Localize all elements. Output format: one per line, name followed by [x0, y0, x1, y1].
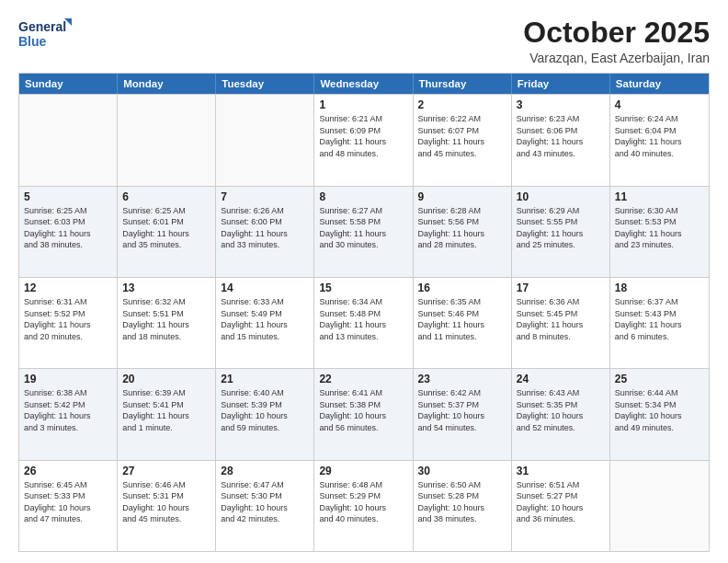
day-number: 27 [122, 465, 210, 477]
day-number: 15 [319, 282, 407, 294]
cell-info: Sunrise: 6:46 AM Sunset: 5:31 PM Dayligh… [122, 479, 210, 525]
cell-info: Sunrise: 6:39 AM Sunset: 5:41 PM Dayligh… [122, 387, 210, 433]
calendar-cell: 20Sunrise: 6:39 AM Sunset: 5:41 PM Dayli… [118, 369, 216, 459]
cell-info: Sunrise: 6:44 AM Sunset: 5:34 PM Dayligh… [615, 387, 704, 433]
calendar-cell: 22Sunrise: 6:41 AM Sunset: 5:38 PM Dayli… [314, 369, 413, 459]
day-number: 28 [221, 465, 309, 477]
calendar-cell: 29Sunrise: 6:48 AM Sunset: 5:29 PM Dayli… [314, 461, 413, 551]
day-number: 4 [615, 98, 704, 111]
cell-info: Sunrise: 6:34 AM Sunset: 5:48 PM Dayligh… [319, 296, 407, 342]
cell-info: Sunrise: 6:43 AM Sunset: 5:35 PM Dayligh… [517, 387, 605, 433]
day-number: 9 [418, 190, 506, 203]
cell-info: Sunrise: 6:36 AM Sunset: 5:45 PM Dayligh… [517, 296, 605, 342]
calendar-header-cell: Tuesday [216, 74, 314, 94]
calendar-row: 1Sunrise: 6:21 AM Sunset: 6:09 PM Daylig… [19, 94, 709, 185]
svg-text:General: General [18, 19, 66, 34]
cell-info: Sunrise: 6:42 AM Sunset: 5:37 PM Dayligh… [418, 387, 506, 433]
calendar-cell: 23Sunrise: 6:42 AM Sunset: 5:37 PM Dayli… [414, 369, 512, 459]
cell-info: Sunrise: 6:26 AM Sunset: 6:00 PM Dayligh… [221, 205, 309, 251]
calendar-cell [610, 461, 709, 551]
cell-info: Sunrise: 6:29 AM Sunset: 5:55 PM Dayligh… [517, 205, 605, 251]
calendar-cell: 7Sunrise: 6:26 AM Sunset: 6:00 PM Daylig… [216, 187, 314, 277]
day-number: 12 [24, 282, 112, 294]
calendar-header-cell: Wednesday [314, 74, 413, 94]
calendar-header-cell: Friday [512, 74, 610, 94]
calendar-cell: 31Sunrise: 6:51 AM Sunset: 5:27 PM Dayli… [512, 461, 610, 551]
calendar-cell: 5Sunrise: 6:25 AM Sunset: 6:03 PM Daylig… [19, 187, 118, 277]
cell-info: Sunrise: 6:38 AM Sunset: 5:42 PM Dayligh… [24, 387, 112, 433]
logo-svg: General Blue [18, 17, 74, 55]
header: General Blue October 2025 Varazqan, East… [18, 17, 710, 65]
cell-info: Sunrise: 6:24 AM Sunset: 6:04 PM Dayligh… [615, 113, 704, 159]
day-number: 22 [319, 373, 407, 385]
day-number: 19 [24, 373, 112, 385]
cell-info: Sunrise: 6:33 AM Sunset: 5:49 PM Dayligh… [221, 296, 309, 342]
cell-info: Sunrise: 6:47 AM Sunset: 5:30 PM Dayligh… [221, 479, 309, 525]
calendar-cell: 1Sunrise: 6:21 AM Sunset: 6:09 PM Daylig… [314, 95, 413, 185]
calendar: SundayMondayTuesdayWednesdayThursdayFrid… [18, 73, 710, 552]
svg-text:Blue: Blue [18, 34, 47, 49]
calendar-cell: 26Sunrise: 6:45 AM Sunset: 5:33 PM Dayli… [19, 461, 118, 551]
cell-info: Sunrise: 6:23 AM Sunset: 6:06 PM Dayligh… [517, 113, 605, 159]
calendar-cell [216, 95, 314, 185]
cell-info: Sunrise: 6:28 AM Sunset: 5:56 PM Dayligh… [418, 205, 506, 251]
cell-info: Sunrise: 6:48 AM Sunset: 5:29 PM Dayligh… [319, 479, 407, 525]
day-number: 18 [615, 282, 704, 294]
cell-info: Sunrise: 6:35 AM Sunset: 5:46 PM Dayligh… [418, 296, 506, 342]
calendar-header-cell: Saturday [610, 74, 709, 94]
day-number: 20 [122, 373, 210, 385]
calendar-cell: 12Sunrise: 6:31 AM Sunset: 5:52 PM Dayli… [19, 278, 118, 368]
calendar-cell: 6Sunrise: 6:25 AM Sunset: 6:01 PM Daylig… [118, 187, 216, 277]
calendar-row: 26Sunrise: 6:45 AM Sunset: 5:33 PM Dayli… [19, 460, 709, 551]
cell-info: Sunrise: 6:31 AM Sunset: 5:52 PM Dayligh… [24, 296, 112, 342]
calendar-cell: 25Sunrise: 6:44 AM Sunset: 5:34 PM Dayli… [610, 369, 709, 459]
cell-info: Sunrise: 6:21 AM Sunset: 6:09 PM Dayligh… [319, 113, 407, 159]
day-number: 24 [517, 373, 605, 385]
day-number: 23 [418, 373, 506, 385]
cell-info: Sunrise: 6:32 AM Sunset: 5:51 PM Dayligh… [122, 296, 210, 342]
calendar-cell: 30Sunrise: 6:50 AM Sunset: 5:28 PM Dayli… [414, 461, 512, 551]
calendar-body: 1Sunrise: 6:21 AM Sunset: 6:09 PM Daylig… [19, 94, 709, 551]
calendar-cell: 9Sunrise: 6:28 AM Sunset: 5:56 PM Daylig… [414, 187, 512, 277]
calendar-row: 19Sunrise: 6:38 AM Sunset: 5:42 PM Dayli… [19, 368, 709, 459]
day-number: 26 [24, 465, 112, 477]
day-number: 3 [517, 98, 605, 111]
calendar-cell: 27Sunrise: 6:46 AM Sunset: 5:31 PM Dayli… [118, 461, 216, 551]
day-number: 25 [615, 373, 704, 385]
location-subtitle: Varazqan, East Azerbaijan, Iran [523, 51, 710, 65]
day-number: 14 [221, 282, 309, 294]
calendar-cell: 4Sunrise: 6:24 AM Sunset: 6:04 PM Daylig… [610, 95, 709, 185]
day-number: 29 [319, 465, 407, 477]
day-number: 2 [418, 98, 506, 111]
cell-info: Sunrise: 6:22 AM Sunset: 6:07 PM Dayligh… [418, 113, 506, 159]
month-title: October 2025 [523, 17, 710, 49]
day-number: 31 [517, 465, 605, 477]
day-number: 5 [24, 190, 112, 203]
day-number: 13 [122, 282, 210, 294]
day-number: 21 [221, 373, 309, 385]
day-number: 6 [122, 190, 210, 203]
cell-info: Sunrise: 6:41 AM Sunset: 5:38 PM Dayligh… [319, 387, 407, 433]
calendar-header-row: SundayMondayTuesdayWednesdayThursdayFrid… [19, 74, 709, 94]
day-number: 10 [517, 190, 605, 203]
calendar-cell: 21Sunrise: 6:40 AM Sunset: 5:39 PM Dayli… [216, 369, 314, 459]
cell-info: Sunrise: 6:25 AM Sunset: 6:01 PM Dayligh… [122, 205, 210, 251]
calendar-cell: 17Sunrise: 6:36 AM Sunset: 5:45 PM Dayli… [512, 278, 610, 368]
day-number: 17 [517, 282, 605, 294]
cell-info: Sunrise: 6:40 AM Sunset: 5:39 PM Dayligh… [221, 387, 309, 433]
calendar-row: 5Sunrise: 6:25 AM Sunset: 6:03 PM Daylig… [19, 186, 709, 277]
calendar-cell: 13Sunrise: 6:32 AM Sunset: 5:51 PM Dayli… [118, 278, 216, 368]
cell-info: Sunrise: 6:51 AM Sunset: 5:27 PM Dayligh… [517, 479, 605, 525]
cell-info: Sunrise: 6:25 AM Sunset: 6:03 PM Dayligh… [24, 205, 112, 251]
logo: General Blue [18, 17, 74, 55]
title-block: October 2025 Varazqan, East Azerbaijan, … [523, 17, 710, 65]
calendar-cell: 16Sunrise: 6:35 AM Sunset: 5:46 PM Dayli… [414, 278, 512, 368]
day-number: 11 [615, 190, 704, 203]
cell-info: Sunrise: 6:50 AM Sunset: 5:28 PM Dayligh… [418, 479, 506, 525]
calendar-cell: 11Sunrise: 6:30 AM Sunset: 5:53 PM Dayli… [610, 187, 709, 277]
calendar-header-cell: Sunday [19, 74, 118, 94]
cell-info: Sunrise: 6:27 AM Sunset: 5:58 PM Dayligh… [319, 205, 407, 251]
calendar-cell: 8Sunrise: 6:27 AM Sunset: 5:58 PM Daylig… [314, 187, 413, 277]
calendar-cell: 14Sunrise: 6:33 AM Sunset: 5:49 PM Dayli… [216, 278, 314, 368]
day-number: 7 [221, 190, 309, 203]
